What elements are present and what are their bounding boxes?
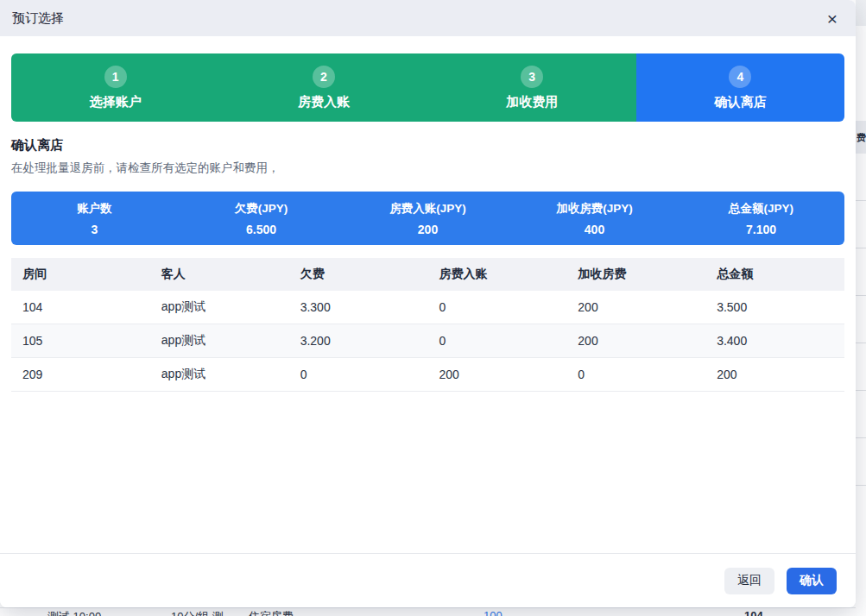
section-title: 确认离店 bbox=[11, 137, 844, 154]
column-header-extra-charge: 加收房费 bbox=[566, 267, 705, 282]
summary-bar: 账户数 3 欠费(JPY) 6.500 房费入账(JPY) 200 加收房费(J… bbox=[11, 192, 844, 245]
cell-arrears: 0 bbox=[289, 368, 428, 381]
dialog-header: 预订选择 × bbox=[0, 0, 856, 36]
booking-selection-dialog: 预订选择 × 1 选择账户 2 房费入账 3 加收费用 bbox=[0, 0, 856, 607]
step-label: 房费入账 bbox=[298, 94, 350, 110]
column-header-total: 总金额 bbox=[705, 267, 844, 282]
summary-label: 欠费(JPY) bbox=[235, 201, 288, 217]
dialog-title: 预订选择 bbox=[12, 10, 64, 27]
background-gray-block-top bbox=[856, 0, 866, 26]
checkout-review-table: 房间 客人 欠费 房费入账 加收房费 总金额 104 app测试 3.300 0… bbox=[11, 258, 844, 392]
summary-total-amount: 总金额(JPY) 7.100 bbox=[678, 201, 844, 236]
cell-total: 3.400 bbox=[705, 334, 844, 348]
close-button[interactable]: × bbox=[821, 7, 844, 29]
wizard-stepper: 1 选择账户 2 房费入账 3 加收费用 4 确认离店 bbox=[11, 53, 844, 122]
close-icon: × bbox=[827, 9, 838, 28]
step-number: 3 bbox=[528, 70, 535, 84]
summary-value: 3 bbox=[92, 223, 98, 236]
back-button[interactable]: 返回 bbox=[724, 568, 774, 594]
table-header-row: 房间 客人 欠费 房费入账 加收房费 总金额 bbox=[11, 258, 844, 291]
cell-room: 209 bbox=[11, 368, 150, 381]
summary-value: 400 bbox=[585, 223, 604, 236]
cell-guest: app测试 bbox=[150, 299, 289, 315]
step-number: 4 bbox=[736, 70, 743, 84]
step-label: 加收费用 bbox=[506, 94, 558, 110]
column-header-guest: 客人 bbox=[150, 267, 289, 282]
step-number-badge: 1 bbox=[104, 66, 127, 88]
background-clipped-text: 住宿房费 bbox=[249, 609, 294, 616]
cell-guest: app测试 bbox=[150, 367, 289, 382]
summary-label: 总金额(JPY) bbox=[729, 201, 793, 217]
dialog-footer: 返回 确认 bbox=[0, 553, 856, 607]
summary-label: 账户数 bbox=[77, 201, 112, 217]
cell-total: 3.500 bbox=[705, 300, 844, 314]
summary-value: 7.100 bbox=[746, 223, 776, 236]
cell-room: 104 bbox=[11, 300, 150, 314]
step-number-badge: 3 bbox=[521, 66, 543, 88]
cell-total: 200 bbox=[705, 368, 844, 381]
summary-label: 加收房费(JPY) bbox=[556, 201, 633, 217]
column-header-room: 房间 bbox=[11, 267, 150, 282]
table-row: 209 app测试 0 200 0 200 bbox=[11, 358, 844, 392]
background-table-lines bbox=[856, 154, 866, 520]
step-number: 1 bbox=[112, 70, 119, 84]
summary-extra-room-charge: 加收房费(JPY) 400 bbox=[511, 201, 678, 236]
background-page-bottom-strip bbox=[0, 607, 856, 616]
step-label: 确认离店 bbox=[714, 94, 766, 110]
cell-room-charge: 200 bbox=[427, 368, 566, 381]
cell-room-charge: 0 bbox=[427, 300, 566, 314]
step-extra-charges[interactable]: 3 加收费用 bbox=[428, 53, 636, 122]
cell-arrears: 3.200 bbox=[289, 334, 428, 348]
step-number: 2 bbox=[320, 70, 327, 84]
summary-arrears: 欠费(JPY) 6.500 bbox=[178, 201, 345, 236]
confirm-button[interactable]: 确认 bbox=[787, 568, 837, 594]
summary-account-count: 账户数 3 bbox=[11, 201, 178, 236]
cell-room-charge: 0 bbox=[427, 334, 566, 348]
summary-value: 6.500 bbox=[246, 223, 276, 236]
background-clipped-text: 10分/组 测 bbox=[171, 609, 224, 616]
step-number-badge: 2 bbox=[313, 66, 335, 88]
background-page-right-strip bbox=[856, 0, 866, 616]
step-post-room-charge[interactable]: 2 房费入账 bbox=[219, 53, 427, 122]
background-clipped-text: 测试 10:00 bbox=[47, 609, 101, 616]
cell-room: 105 bbox=[11, 334, 150, 348]
cell-extra-charge: 200 bbox=[566, 334, 705, 348]
cell-extra-charge: 0 bbox=[566, 368, 705, 381]
column-header-arrears: 欠费 bbox=[289, 267, 428, 282]
step-select-accounts[interactable]: 1 选择账户 bbox=[11, 53, 219, 122]
column-header-room-charge: 房费入账 bbox=[427, 267, 566, 282]
cell-extra-charge: 200 bbox=[566, 300, 705, 314]
summary-label: 房费入账(JPY) bbox=[389, 201, 466, 217]
step-confirm-checkout[interactable]: 4 确认离店 bbox=[636, 53, 844, 122]
step-number-badge: 4 bbox=[729, 66, 751, 88]
cell-guest: app测试 bbox=[150, 333, 289, 349]
background-clipped-text: 104 bbox=[744, 609, 763, 616]
background-clipped-link: 100 bbox=[484, 609, 503, 616]
table-row: 104 app测试 3.300 0 200 3.500 bbox=[11, 291, 844, 324]
section-subtitle: 在处理批量退房前，请检查所有选定的账户和费用， bbox=[11, 160, 844, 176]
step-label: 选择账户 bbox=[90, 94, 142, 110]
summary-room-charge-posted: 房费入账(JPY) 200 bbox=[345, 201, 511, 236]
background-clipped-text: 费 bbox=[857, 131, 866, 145]
table-row: 105 app测试 3.200 0 200 3.400 bbox=[11, 324, 844, 358]
cell-arrears: 3.300 bbox=[289, 300, 428, 314]
summary-value: 200 bbox=[418, 223, 438, 236]
